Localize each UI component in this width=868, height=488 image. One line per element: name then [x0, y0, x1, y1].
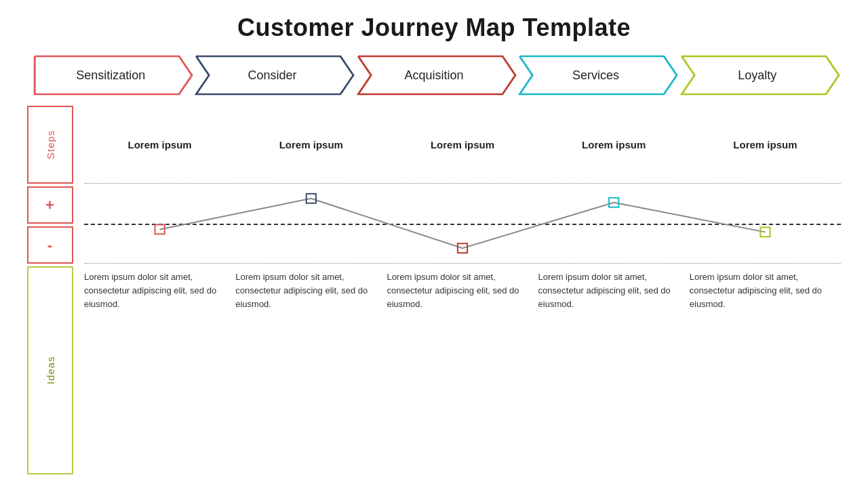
stages-row: Sensitization Consider Acquisition Servi… — [27, 54, 841, 96]
chart-area — [84, 184, 841, 264]
plus-label: + — [27, 186, 73, 224]
stage-loyalty: Loyalty — [674, 54, 841, 96]
idea-cell-4: Lorem ipsum dolor sit amet, consectetur … — [538, 270, 690, 474]
steps-label: Steps — [27, 106, 73, 184]
rows-content: Lorem ipsum Lorem ipsum Lorem ipsum Lore… — [73, 106, 841, 474]
step-cell-5: Lorem ipsum — [690, 139, 841, 150]
step-cell-4: Lorem ipsum — [538, 139, 690, 150]
minus-label: - — [27, 226, 73, 264]
step-cell-3: Lorem ipsum — [387, 139, 538, 150]
step-cell-1: Lorem ipsum — [84, 139, 235, 150]
idea-cell-3: Lorem ipsum dolor sit amet, consectetur … — [387, 270, 538, 474]
stage-sensitization: Sensitization — [27, 54, 194, 96]
ideas-row: Lorem ipsum dolor sit amet, consectetur … — [84, 264, 841, 474]
idea-cell-2: Lorem ipsum dolor sit amet, consectetur … — [235, 270, 387, 474]
steps-row: Lorem ipsum Lorem ipsum Lorem ipsum Lore… — [84, 106, 841, 184]
page-title: Customer Journey Map Template — [237, 14, 631, 42]
step-cell-2: Lorem ipsum — [235, 139, 387, 150]
stage-acquisition: Acquisition — [351, 54, 517, 96]
idea-cell-1: Lorem ipsum dolor sit amet, consectetur … — [84, 270, 235, 474]
row-labels: Steps + - Ideas — [27, 106, 73, 474]
stage-consider: Consider — [189, 54, 355, 96]
idea-cell-5: Lorem ipsum dolor sit amet, consectetur … — [690, 270, 841, 474]
ideas-label: Ideas — [27, 266, 73, 474]
content-area: Steps + - Ideas Lorem ipsum Lorem ipsum … — [27, 106, 841, 474]
stage-services: Services — [512, 54, 679, 96]
